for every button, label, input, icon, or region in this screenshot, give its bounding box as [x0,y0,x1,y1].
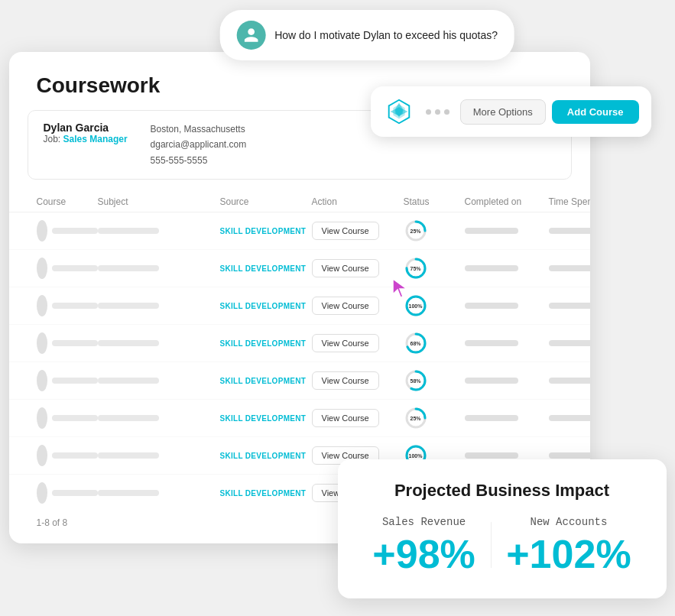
dot-1 [426,109,431,115]
employee-name: Dylan Garcia [44,122,128,134]
row-status-cell: 25% [404,406,465,430]
progress-label: 58% [410,378,420,384]
time-bar [549,303,590,309]
col-course: Course [37,196,98,207]
row-source: SKILL DEVELOPMENT [220,339,312,348]
row-time-cell [549,340,590,346]
row-subject-cell [98,265,220,271]
employee-location: Boston, Massachusetts [151,122,247,137]
row-avatar [37,482,47,504]
metric-divider [491,522,492,568]
row-time-cell [549,265,590,271]
time-bar [549,228,590,234]
row-subject-cell [98,415,220,421]
time-bar [549,340,590,346]
row-course-cell [37,258,98,279]
row-action-cell: View Course [312,297,404,315]
time-bar [549,415,590,421]
toolbar-buttons: More Options Add Course [460,99,639,125]
row-completed-cell [465,265,549,271]
table-row: SKILL DEVELOPMENT View Course 25% [9,212,590,250]
row-action-cell: View Course [312,334,404,352]
row-source: SKILL DEVELOPMENT [220,302,312,310]
row-subject-bar [98,303,159,309]
progress-label: 68% [410,341,420,346]
view-course-button[interactable]: View Course [312,409,379,427]
add-course-button[interactable]: Add Course [552,100,639,124]
chat-bubble: How do I motivate Dylan to exceed his qu… [219,10,514,60]
row-time-cell [549,452,590,459]
completed-bar [465,340,518,346]
row-course-cell [37,445,98,466]
row-subject-bar [98,378,159,384]
progress-label: 100% [409,453,423,459]
metric-sales-value: +98% [372,534,475,574]
col-status: Status [404,196,465,207]
chat-message-text: How do I motivate Dylan to exceed his qu… [274,29,498,41]
row-subject-bar [98,490,159,496]
impact-title: Projected Business Impact [365,481,639,501]
row-source: SKILL DEVELOPMENT [220,452,312,460]
progress-circle: 100% [404,293,428,318]
row-action-cell: View Course [312,409,404,427]
row-time-cell [549,378,590,384]
dot-2 [435,109,440,115]
row-action-cell: View Course [312,371,404,390]
table-row: SKILL DEVELOPMENT View Course 58% [9,362,590,400]
view-course-button[interactable]: View Course [312,371,379,390]
row-course-bar [52,228,98,234]
row-course-cell [37,482,98,504]
progress-label: 100% [409,303,423,309]
row-completed-cell [465,340,549,346]
user-icon [242,27,259,44]
row-course-cell [37,295,98,316]
col-completed: Completed on [465,196,549,207]
metric-accounts-label: New Accounts [506,516,631,528]
view-course-button[interactable]: View Course [312,259,379,277]
view-course-button[interactable]: View Course [312,334,379,352]
row-subject-cell [98,452,220,459]
progress-label: 75% [410,266,420,271]
row-avatar [37,407,47,429]
progress-label: 25% [410,229,420,234]
row-action-cell: View Course [312,259,404,277]
row-subject-bar [98,265,159,271]
row-time-cell [549,415,590,421]
row-source: SKILL DEVELOPMENT [220,489,312,498]
row-course-cell [37,332,98,354]
table-header: Course Subject Source Action Status Comp… [9,192,590,212]
row-source: SKILL DEVELOPMENT [220,377,312,385]
scene: How do I motivate Dylan to exceed his qu… [9,10,667,606]
row-course-bar [52,340,98,346]
employee-job: Job: Sales Manager [44,134,128,144]
row-completed-cell [465,303,549,309]
row-course-bar [52,415,98,421]
row-subject-bar [98,228,159,234]
progress-circle: 58% [404,368,428,393]
row-source: SKILL DEVELOPMENT [220,227,312,235]
table-row: SKILL DEVELOPMENT View Course 75% [9,250,590,287]
completed-bar [465,378,518,384]
chat-avatar [236,21,265,50]
dot-3 [444,109,449,115]
ai-logo-icon [385,97,414,126]
view-course-button[interactable]: View Course [312,222,379,240]
row-subject-cell [98,303,220,309]
more-options-button[interactable]: More Options [460,99,546,125]
row-source: SKILL DEVELOPMENT [220,414,312,423]
row-course-bar [52,265,98,271]
row-avatar [37,295,47,316]
metric-sales-label: Sales Revenue [372,516,475,528]
table-row: SKILL DEVELOPMENT View Course 68% [9,325,590,362]
view-course-button[interactable]: View Course [312,297,379,315]
row-time-cell [549,303,590,309]
row-completed-cell [465,452,549,459]
row-subject-bar [98,340,159,346]
row-course-bar [52,490,98,496]
time-bar [549,265,590,271]
row-subject-cell [98,340,220,346]
time-bar [549,378,590,384]
employee-phone: 555-555-5555 [151,153,247,168]
row-course-bar [52,452,98,459]
row-avatar [37,258,47,279]
